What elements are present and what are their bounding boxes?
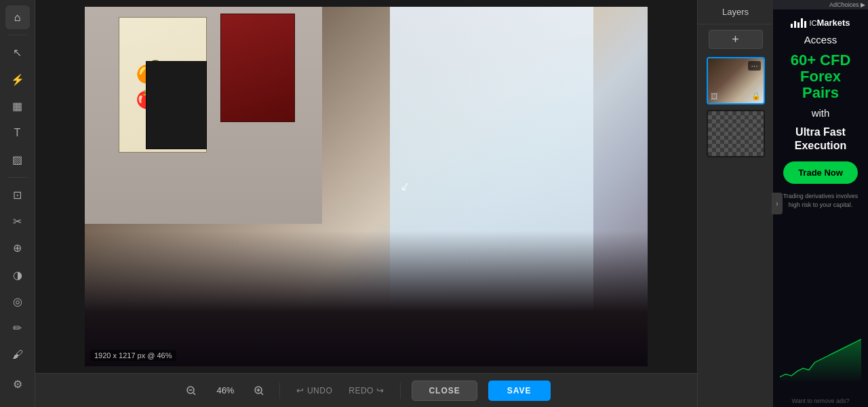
layer-options-button[interactable]: ··· xyxy=(748,61,760,71)
add-layer-button[interactable]: + xyxy=(709,30,763,49)
zoom-out-button[interactable] xyxy=(182,381,201,400)
undo-button[interactable]: ↩ UNDO xyxy=(291,383,338,398)
trade-now-button[interactable]: Trade Now xyxy=(783,161,858,184)
ic-bars-icon xyxy=(791,18,806,28)
zoom-level-display[interactable]: 46% xyxy=(212,385,239,395)
canvas-wrapper: 🍊🍋🍅🌿 ↙ 1920 x 1217 px @ 46% xyxy=(35,0,697,373)
bottom-divider-2 xyxy=(400,383,401,399)
layers-panel-header: Layers xyxy=(698,0,773,24)
svg-line-6 xyxy=(261,393,263,395)
bottom-toolbar: 46% ↩ UNDO REDO ↪ CLOSE SAVE xyxy=(35,373,697,407)
select-tool[interactable]: ↖ xyxy=(5,41,30,64)
quick-tool[interactable]: ⚡ xyxy=(5,68,30,92)
bottom-divider xyxy=(279,383,280,399)
layers-panel: Layers + ··· 🖼 🔒 › xyxy=(697,0,773,407)
zoom-in-button[interactable] xyxy=(250,381,269,400)
grid-tool[interactable]: ▦ xyxy=(5,94,30,118)
layers-panel-title: Layers xyxy=(722,7,749,17)
ic-markets-name: ICMarkets xyxy=(809,18,850,28)
image-info: 1920 x 1217 px @ 46% xyxy=(90,350,176,361)
black-poster xyxy=(146,61,207,149)
contrast-tool[interactable]: ◑ xyxy=(5,263,30,287)
redo-button[interactable]: REDO ↪ xyxy=(343,383,389,398)
close-button[interactable]: CLOSE xyxy=(412,381,477,401)
bar-5 xyxy=(804,21,806,28)
ad-execution-text: Ultra FastExecution xyxy=(795,125,846,154)
redo-icon: ↪ xyxy=(376,385,384,395)
remove-ads-link[interactable]: Want to remove ads? xyxy=(773,395,868,407)
brush-tool[interactable]: 🖌 xyxy=(5,343,30,366)
pattern-tool[interactable]: ▨ xyxy=(5,147,30,171)
undo-label: UNDO xyxy=(307,386,332,395)
bar-3 xyxy=(797,22,800,28)
layer-thumbnail-empty xyxy=(708,111,764,156)
settings-tool[interactable]: ⚙ xyxy=(5,372,30,396)
canvas-area: 🍊🍋🍅🌿 ↙ 1920 x 1217 px @ 46% xyxy=(35,0,697,407)
text-tool[interactable]: T xyxy=(5,121,30,144)
undo-icon: ↩ xyxy=(296,385,304,395)
scissors-tool[interactable]: ✂ xyxy=(5,210,30,233)
ad-chart xyxy=(780,332,861,387)
ad-chart-svg xyxy=(780,332,861,387)
globe-tool[interactable]: ◎ xyxy=(5,290,30,313)
ad-cfd-text: 60+ CFDForexPairs xyxy=(791,52,851,102)
ad-disclaimer-text: Trading derivatives involves high risk t… xyxy=(780,192,861,209)
svg-line-2 xyxy=(193,393,195,395)
undo-redo-group: ↩ UNDO REDO ↪ xyxy=(291,383,389,398)
ad-logo: ICMarkets xyxy=(791,18,850,28)
cursor-indicator: ↙ xyxy=(399,178,412,195)
toolbar-separator-1 xyxy=(8,35,27,35)
bar-4 xyxy=(801,18,803,28)
canvas-image: 🍊🍋🍅🌿 ↙ 1920 x 1217 px @ 46% xyxy=(85,7,648,366)
movie-poster xyxy=(220,14,295,122)
adjust-tool[interactable]: ⊕ xyxy=(5,236,30,260)
ad-with-text: with xyxy=(812,106,830,120)
ad-content: ICMarkets Access 60+ CFDForexPairs with … xyxy=(773,9,868,395)
save-button[interactable]: SAVE xyxy=(488,381,551,401)
layer-item-empty[interactable] xyxy=(707,110,765,157)
bed-shadow xyxy=(85,231,648,366)
bar-2 xyxy=(794,21,796,28)
home-tool[interactable]: ⌂ xyxy=(5,5,30,29)
layer-item-photo[interactable]: ··· 🖼 🔒 xyxy=(707,57,765,104)
left-toolbar: ⌂ ↖ ⚡ ▦ T ▨ ⊡ ✂ ⊕ ◑ ◎ ✏ 🖌 ⚙ xyxy=(0,0,35,407)
layer-image-icon: 🖼 xyxy=(711,92,718,100)
ad-choice-label[interactable]: AdChoices ▶ xyxy=(773,0,868,9)
toolbar-separator-2 xyxy=(8,177,27,178)
ad-access-text: Access xyxy=(804,33,837,47)
ad-panel: AdChoices ▶ ICMarkets Access 60+ CFDFore… xyxy=(773,0,868,407)
pen-tool[interactable]: ✏ xyxy=(5,316,30,340)
bar-1 xyxy=(791,24,793,28)
layer-lock-icon: 🔒 xyxy=(751,92,761,100)
panel-collapse-arrow[interactable]: › xyxy=(772,193,783,214)
crop-tool[interactable]: ⊡ xyxy=(5,183,30,207)
photo-scene: 🍊🍋🍅🌿 xyxy=(85,7,648,366)
redo-label: REDO xyxy=(349,386,374,395)
